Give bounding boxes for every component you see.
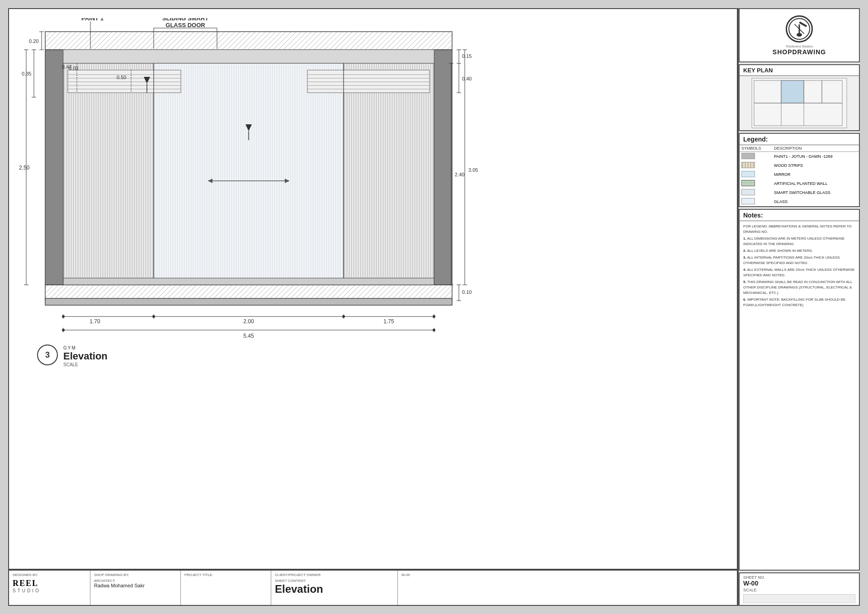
key-plan-svg [750,76,849,130]
client-label: CLIENT/PROJECT OWNER: [275,573,394,577]
svg-point-87 [433,315,435,318]
legend-row-wood: WOOD STRIPS [740,161,859,170]
shop-drawing-title: SHOPDRAWING [773,48,826,56]
notes-item-6: 6. IMPORTANT NOTE: BACKFILLING FOR SLAB … [743,297,855,308]
svg-rect-21 [307,70,429,93]
studio-text: STUDIO [13,588,86,593]
notes-item-1: 1. ALL DIMENSIONS ARE IN METERS UNLESS O… [743,236,855,247]
svg-text:SCALE: SCALE [63,362,78,367]
logo-area: Radwana Badea SHOPDRAWING [739,8,860,62]
key-plan-image [740,76,859,130]
svg-text:GLASS DOOR: GLASS DOOR [165,22,205,28]
logo-svg [788,18,811,40]
svg-text:0.03: 0.03 [69,66,78,71]
svg-rect-14 [344,63,434,285]
legend-row-smart-glass: SMART SWITCHABLE GLASS [740,188,859,197]
svg-text:3: 3 [45,350,50,359]
svg-rect-10 [63,50,434,63]
legend-col-symbols: SYMBOLS [740,145,772,152]
sheet-content-label: SHEET CONTENT: [275,579,394,583]
legend-swatch-planted [741,180,755,186]
svg-text:5.45: 5.45 [243,333,254,339]
architect-label: ARCHITECT: [94,579,177,583]
legend-col-description: DESCRIPTION [772,145,859,152]
notes-intro: FOR LEGEND, ABBREVIATIONS & GENERAL NOTE… [743,224,855,235]
svg-text:SLIDING SMART: SLIDING SMART [162,18,209,22]
notes-content: FOR LEGEND, ABBREVIATIONS & GENERAL NOTE… [740,221,859,312]
architect-value: Radwa Mohamed Sakr [94,583,177,588]
svg-text:0.10: 0.10 [462,289,472,295]
shop-drawing-by-cell: Shop Drawing BY: ARCHITECT: Radwa Mohame… [90,571,181,605]
svg-text:PAINT 1: PAINT 1 [81,18,104,22]
company-name: Radwana Badea [786,44,812,48]
notes-item-2: 2. ALL LEVELS ARE SHOWN IN METERS. [743,248,855,254]
sheet-no-cell: W-00 [398,571,479,605]
legend-swatch-mirror [741,171,755,177]
svg-text:2.00: 2.00 [243,318,254,325]
svg-rect-5 [45,50,63,285]
svg-rect-11 [63,63,154,285]
legend-swatch-paint [741,153,755,159]
svg-text:2.40: 2.40 [455,172,464,177]
legend-row-planted: ARTIFICIAL PLANTED WALL [740,179,859,188]
svg-text:0.40: 0.40 [462,76,472,81]
legend-desc-mirror: MIRROR [772,170,859,179]
svg-rect-114 [781,80,804,103]
main-drawing-area: 0.20 0.35 0.47 0.03 0.50 0.15 [8,8,738,606]
legend-row-glass: GLASS [740,197,859,206]
legend-desc-wood: WOOD STRIPS [772,161,859,170]
sheet-no-label-text: SHEET NO. [743,575,855,580]
legend-section: Legend: SYMBOLS DESCRIPTION PAINT1 - JOT… [739,133,860,207]
svg-text:1.75: 1.75 [383,318,394,325]
legend-desc-planted: ARTIFICIAL PLANTED WALL [772,179,859,188]
legend-swatch-glass [741,198,755,204]
svg-text:0.50: 0.50 [117,75,126,80]
sheet-no-value: W-00 [743,580,855,587]
svg-point-110 [797,33,802,37]
notes-item-5: 5. THIS DRAWING SHALL BE READ IN CONJUNC… [743,279,855,296]
legend-swatch-wood [741,162,755,168]
legend-table: SYMBOLS DESCRIPTION PAINT1 - JOTUN - DAW… [740,145,859,206]
legend-desc-glass: GLASS [772,197,859,206]
designed-by-cell: DESIGNED BY: REEL STUDIO [9,571,90,605]
svg-rect-37 [63,278,434,285]
designed-by-label: DESIGNED BY: [13,573,86,577]
key-plan-section: KEY PLAN [739,64,860,131]
svg-text:1.70: 1.70 [90,318,100,325]
reel-logo: REEL [13,579,86,588]
project-title-cell: PROJECT TITLE: [181,571,271,605]
scale-bar [743,594,855,603]
logo-circle [786,15,813,43]
legend-swatch-smart-glass [741,189,755,195]
key-plan-header: KEY PLAN [740,65,859,76]
scale-label: SCALE [743,588,855,592]
svg-point-93 [433,329,435,331]
elevation-svg: 0.20 0.35 0.47 0.03 0.50 0.15 [18,18,506,371]
notes-item-4: 4. ALL EXTERNAL WALLS ARE 20cm THICK UNL… [743,267,855,278]
sheet-content-value: Elevation [275,583,394,595]
svg-text:2.50: 2.50 [19,165,30,171]
svg-text:0.35: 0.35 [22,71,31,76]
legend-row-mirror: MIRROR [740,170,859,179]
svg-rect-8 [45,298,452,305]
page: 0.20 0.35 0.47 0.03 0.50 0.15 [0,0,868,614]
sheet-no-label: W-00 [401,573,476,577]
svg-rect-4 [45,32,452,50]
legend-desc-paint: PAINT1 - JOTUN - DAWN -1269 [772,152,859,161]
shop-drawing-label: Shop Drawing BY: [94,573,177,577]
notes-section: Notes: FOR LEGEND, ABBREVIATIONS & GENER… [739,209,860,571]
svg-text:3.05: 3.05 [468,167,478,173]
svg-point-92 [62,329,65,331]
notes-item-3: 3. ALL INTERNAL PARTITIONS ARE 20cm THIC… [743,255,855,266]
svg-point-78 [62,315,65,318]
legend-row-paint: PAINT1 - JOTUN - DAWN -1269 [740,152,859,161]
svg-text:Elevation: Elevation [63,350,108,362]
project-title-label: PROJECT TITLE: [184,573,267,577]
client-cell: CLIENT/PROJECT OWNER: SHEET CONTENT: Ele… [271,571,398,605]
right-panel: Radwana Badea SHOPDRAWING KEY PLAN [738,8,860,606]
svg-rect-108 [799,21,807,27]
legend-desc-smart-glass: SMART SWITCHABLE GLASS [772,188,859,197]
legend-header: Legend: [740,134,859,145]
svg-rect-15 [68,70,181,93]
svg-text:0.20: 0.20 [29,38,38,44]
